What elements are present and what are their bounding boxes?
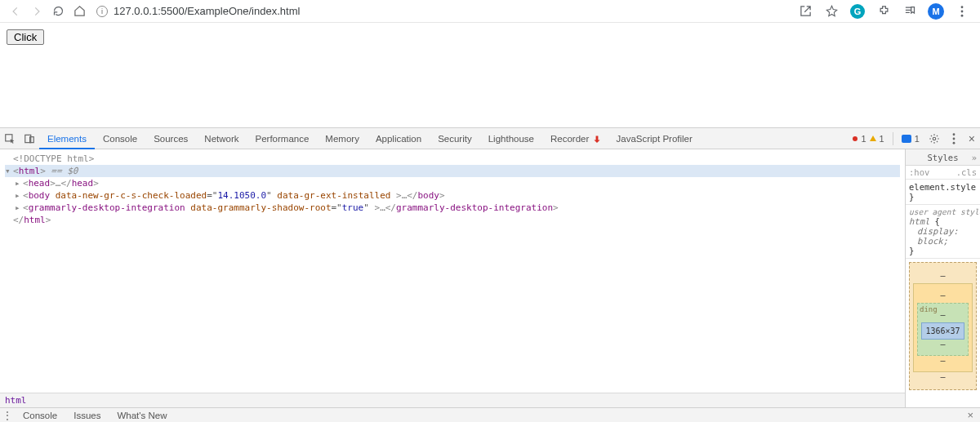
svg-point-7 xyxy=(952,133,955,135)
chrome-menu-icon[interactable] xyxy=(952,2,972,21)
issues-count: 1 xyxy=(915,134,920,144)
devtools-close-icon[interactable]: × xyxy=(964,132,980,145)
dom-line-head[interactable]: ▸<head>…</head> xyxy=(5,177,900,189)
ua-stylesheet-label: user agent stylesheet xyxy=(909,207,977,216)
hov-toggle[interactable]: :hov xyxy=(909,167,929,177)
tab-lighthouse[interactable]: Lighthouse xyxy=(480,128,542,149)
click-button[interactable]: Click xyxy=(7,29,44,45)
back-button[interactable] xyxy=(5,2,26,21)
svg-point-8 xyxy=(952,137,955,140)
svg-point-1 xyxy=(961,10,964,12)
dom-line-body[interactable]: ▸<body data-new-gr-c-s-check-loaded="14.… xyxy=(5,189,900,202)
svg-point-6 xyxy=(933,137,936,140)
tab-network[interactable]: Network xyxy=(196,128,247,149)
reading-list-icon[interactable] xyxy=(900,2,920,21)
dom-line-html-open[interactable]: ▾<html> == $0 xyxy=(5,165,900,177)
grammarly-extension-icon[interactable]: G xyxy=(848,2,867,21)
drawer-tab-whatsnew[interactable]: What's New xyxy=(109,411,175,420)
tab-memory[interactable]: Memory xyxy=(317,128,368,149)
styles-pane-title[interactable]: Styles » xyxy=(906,149,980,166)
warning-icon xyxy=(870,135,876,141)
issues-icon xyxy=(902,135,911,143)
box-model[interactable]: – – ding – 1366×37 – – – xyxy=(906,259,980,393)
devtools-badges[interactable]: 1 1 1 xyxy=(853,132,924,145)
error-dot-icon xyxy=(853,136,858,141)
page-viewport: Click xyxy=(0,23,980,127)
box-padding-top: – xyxy=(940,310,945,319)
svg-point-0 xyxy=(961,6,964,8)
tab-application[interactable]: Application xyxy=(368,128,430,149)
devtools-drawer: ⋮ Console Issues What's New × xyxy=(0,407,980,422)
reload-button[interactable] xyxy=(47,2,69,21)
extensions-icon[interactable] xyxy=(874,2,893,21)
styles-panel: Styles » :hov .cls element.style { } use… xyxy=(905,149,980,407)
browser-toolbar: i 127.0.0.1:5500/ExampleOne/index.html G… xyxy=(0,0,980,23)
device-toolbar-icon[interactable] xyxy=(20,129,39,149)
inspect-element-icon[interactable] xyxy=(0,129,20,149)
tab-console[interactable]: Console xyxy=(95,128,145,149)
box-padding-bottom: – xyxy=(940,340,945,349)
dom-line-doctype[interactable]: <!DOCTYPE html> xyxy=(5,153,900,165)
dom-line-html-close[interactable]: </html> xyxy=(5,214,900,226)
devtools: Elements Console Sources Network Perform… xyxy=(0,127,980,422)
tab-performance[interactable]: Performance xyxy=(247,128,318,149)
tab-recorder[interactable]: Recorder xyxy=(542,128,608,149)
devtools-menu-icon[interactable] xyxy=(944,129,964,149)
svg-point-2 xyxy=(961,14,964,16)
profile-avatar[interactable]: M xyxy=(926,2,946,21)
styles-filter-row[interactable]: :hov .cls xyxy=(906,166,980,180)
drawer-close-icon[interactable]: × xyxy=(960,409,980,421)
box-border-bottom: – xyxy=(940,356,945,365)
devtools-tabbar: Elements Console Sources Network Perform… xyxy=(0,128,980,149)
drawer-tab-issues[interactable]: Issues xyxy=(65,411,109,420)
error-count: 1 xyxy=(861,134,866,144)
tab-elements[interactable]: Elements xyxy=(39,128,95,149)
warning-count: 1 xyxy=(880,134,884,144)
forward-button[interactable] xyxy=(26,2,47,21)
box-border-top: – xyxy=(940,291,945,300)
tab-sources[interactable]: Sources xyxy=(145,128,196,149)
style-rule-html[interactable]: user agent stylesheet html { display: bl… xyxy=(906,205,980,259)
tab-js-profiler[interactable]: JavaScript Profiler xyxy=(608,128,701,149)
share-icon[interactable] xyxy=(795,2,815,21)
box-margin-bottom: – xyxy=(940,372,945,381)
svg-point-9 xyxy=(952,141,955,144)
site-info-icon[interactable]: i xyxy=(96,6,108,17)
dom-breadcrumb[interactable]: html xyxy=(0,393,905,407)
home-button[interactable] xyxy=(69,2,90,21)
cls-toggle[interactable]: .cls xyxy=(956,167,977,177)
styles-more-icon[interactable]: » xyxy=(972,149,977,166)
tab-security[interactable]: Security xyxy=(430,128,480,149)
style-rule-element[interactable]: element.style { } xyxy=(906,180,980,205)
url-bar[interactable]: 127.0.0.1:5500/ExampleOne/index.html xyxy=(112,5,300,17)
box-content-dims: 1366×37 xyxy=(921,322,964,340)
dom-line-grammarly[interactable]: ▸<grammarly-desktop-integration data-gra… xyxy=(5,202,900,214)
devtools-settings-icon[interactable] xyxy=(924,129,944,149)
drawer-tab-console[interactable]: Console xyxy=(15,411,65,420)
drawer-menu-icon[interactable]: ⋮ xyxy=(0,410,15,421)
bookmark-star-icon[interactable] xyxy=(822,2,841,21)
box-margin-top: – xyxy=(940,271,945,280)
dom-tree[interactable]: <!DOCTYPE html> ▾<html> == $0 ▸<head>…</… xyxy=(0,149,905,393)
